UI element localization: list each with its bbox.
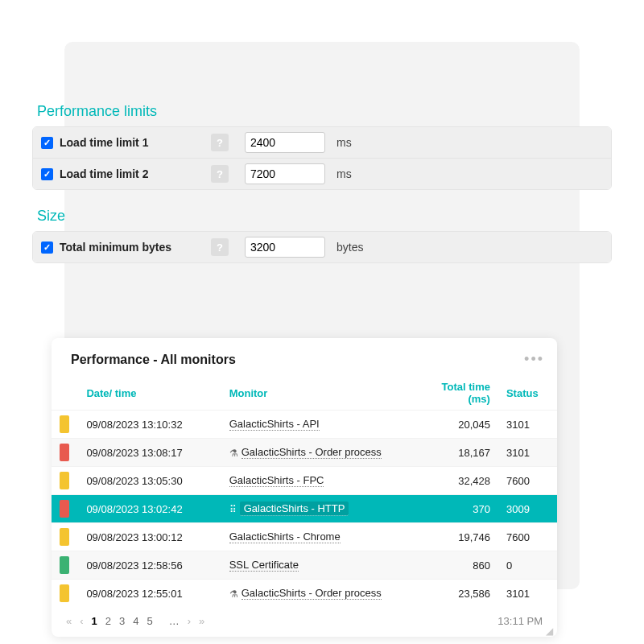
pager-page[interactable]: 2 <box>105 615 111 627</box>
table-row[interactable]: 09/08/2023 13:00:12GalacticShirts - Chro… <box>52 523 557 551</box>
cell-datetime: 09/08/2023 13:10:32 <box>78 411 221 439</box>
table-row[interactable]: 09/08/2023 13:08:17⚗GalacticShirts - Ord… <box>52 439 557 467</box>
help-icon[interactable]: ? <box>211 238 229 256</box>
load-time-limit-1-input[interactable] <box>245 132 325 153</box>
pager: « ‹ 12345 … › » 13:11 PM <box>52 607 557 632</box>
cell-status: 0 <box>498 551 557 580</box>
cell-status: 7600 <box>498 467 557 495</box>
col-chip <box>52 376 78 411</box>
min-bytes-row: Total minimum bytes ? bytes <box>33 232 611 262</box>
status-chip <box>60 444 69 461</box>
card-title: Performance - All monitors <box>71 353 236 367</box>
unit-label: bytes <box>336 241 363 254</box>
pager-ellipsis: … <box>169 615 180 627</box>
monitors-table: Date/ time Monitor Total time (ms) Statu… <box>52 376 557 607</box>
pager-prev-icon[interactable]: ‹ <box>80 615 83 627</box>
cell-monitor[interactable]: GalacticShirts - API <box>221 411 415 439</box>
load-time-limit-1-checkbox[interactable] <box>41 137 53 149</box>
monitor-name[interactable]: GalacticShirts - Order process <box>242 446 382 459</box>
cell-total-time: 860 <box>415 551 498 580</box>
min-bytes-input[interactable] <box>245 237 325 258</box>
min-bytes-label: Total minimum bytes <box>60 241 204 254</box>
load-time-limit-2-label: Load time limit 2 <box>60 167 204 180</box>
table-row[interactable]: 09/08/2023 12:58:56SSL Certificate8600 <box>52 551 557 580</box>
monitor-name[interactable]: GalacticShirts - Chrome <box>229 530 341 543</box>
cell-total-time: 32,428 <box>415 467 498 495</box>
monitor-name[interactable]: SSL Certificate <box>229 559 299 572</box>
cell-datetime: 09/08/2023 13:05:30 <box>78 467 221 495</box>
help-icon[interactable]: ? <box>211 165 229 183</box>
col-total[interactable]: Total time (ms) <box>415 376 498 411</box>
cell-total-time: 19,746 <box>415 523 498 551</box>
size-title: Size <box>32 208 612 225</box>
status-chip <box>60 415 69 433</box>
flask-icon: ⚗ <box>229 588 238 600</box>
resize-handle-icon[interactable]: ◢ <box>546 625 554 634</box>
load-time-limit-2-input[interactable] <box>245 163 325 184</box>
monitor-name[interactable]: GalacticShirts - HTTP <box>240 502 349 516</box>
status-chip <box>60 556 69 574</box>
load-time-limit-2-row: Load time limit 2 ? ms <box>33 159 611 189</box>
cell-status: 3101 <box>498 439 557 467</box>
status-chip <box>60 528 69 546</box>
pager-page[interactable]: 3 <box>119 615 125 627</box>
cell-datetime: 09/08/2023 13:08:17 <box>78 439 221 467</box>
cell-monitor[interactable]: SSL Certificate <box>221 551 415 580</box>
cell-monitor[interactable]: ⚗GalacticShirts - Order process <box>221 439 415 467</box>
cell-monitor[interactable]: GalacticShirts - Chrome <box>221 523 415 551</box>
help-icon[interactable]: ? <box>211 134 229 151</box>
cell-total-time: 370 <box>415 495 498 523</box>
card-header: Performance - All monitors ••• <box>52 351 557 376</box>
cell-datetime: 09/08/2023 13:00:12 <box>78 523 221 551</box>
load-time-limit-1-label: Load time limit 1 <box>60 136 204 149</box>
table-row[interactable]: 09/08/2023 13:02:42⠿GalacticShirts - HTT… <box>52 495 557 523</box>
min-bytes-checkbox[interactable] <box>41 242 53 254</box>
cell-monitor[interactable]: ⚗GalacticShirts - Order process <box>221 580 415 608</box>
performance-monitors-card: Performance - All monitors ••• Date/ tim… <box>52 338 557 637</box>
cell-total-time: 18,167 <box>415 439 498 467</box>
flask-icon: ⚗ <box>229 448 238 459</box>
size-section: Size Total minimum bytes ? bytes <box>32 208 612 263</box>
unit-label: ms <box>336 167 352 180</box>
col-status[interactable]: Status <box>498 376 557 411</box>
table-row[interactable]: 09/08/2023 13:05:30GalacticShirts - FPC3… <box>52 467 557 495</box>
col-monitor[interactable]: Monitor <box>221 376 415 411</box>
cell-total-time: 23,586 <box>415 580 498 608</box>
pager-page[interactable]: 1 <box>92 615 97 627</box>
status-chip <box>60 584 69 602</box>
status-chip <box>60 500 69 518</box>
cell-status: 3101 <box>498 411 557 439</box>
monitor-name[interactable]: GalacticShirts - Order process <box>242 587 382 600</box>
pager-time: 13:11 PM <box>497 615 543 627</box>
cell-monitor[interactable]: ⠿GalacticShirts - HTTP <box>221 495 415 523</box>
grip-icon: ⠿ <box>229 504 237 515</box>
performance-limits-title: Performance limits <box>32 103 612 120</box>
pager-next-icon[interactable]: › <box>188 615 191 627</box>
performance-limits-section: Performance limits Load time limit 1 ? m… <box>32 103 612 190</box>
cell-datetime: 09/08/2023 12:55:01 <box>78 580 221 608</box>
cell-status: 3009 <box>498 495 557 523</box>
table-row[interactable]: 09/08/2023 13:10:32GalacticShirts - API2… <box>52 411 557 439</box>
status-chip <box>60 472 69 489</box>
performance-limits-panel: Load time limit 1 ? ms Load time limit 2… <box>32 126 612 190</box>
load-time-limit-2-checkbox[interactable] <box>41 168 53 180</box>
cell-status: 7600 <box>498 523 557 551</box>
cell-total-time: 20,045 <box>415 411 498 439</box>
more-icon[interactable]: ••• <box>524 351 544 368</box>
pager-first-icon[interactable]: « <box>66 615 72 627</box>
monitor-name[interactable]: GalacticShirts - API <box>229 418 320 431</box>
pager-page[interactable]: 5 <box>147 615 153 627</box>
pager-last-icon[interactable]: » <box>199 615 204 627</box>
size-panel: Total minimum bytes ? bytes <box>32 231 612 263</box>
table-row[interactable]: 09/08/2023 12:55:01⚗GalacticShirts - Ord… <box>52 580 557 608</box>
unit-label: ms <box>336 136 352 149</box>
cell-monitor[interactable]: GalacticShirts - FPC <box>221 467 415 495</box>
monitor-name[interactable]: GalacticShirts - FPC <box>229 474 324 487</box>
cell-status: 3101 <box>498 580 557 608</box>
col-date[interactable]: Date/ time <box>78 376 221 411</box>
cell-datetime: 09/08/2023 13:02:42 <box>78 495 221 523</box>
pager-page[interactable]: 4 <box>133 615 138 627</box>
cell-datetime: 09/08/2023 12:58:56 <box>78 551 221 580</box>
load-time-limit-1-row: Load time limit 1 ? ms <box>33 127 611 159</box>
